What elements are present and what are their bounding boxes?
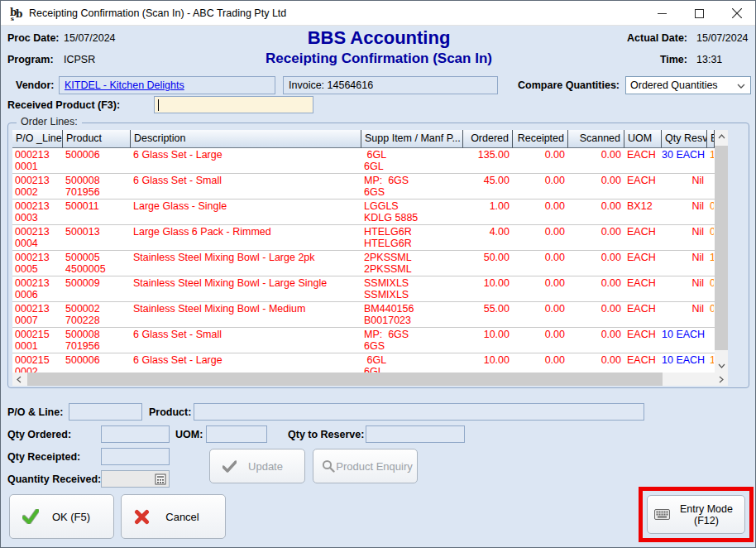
scroll-up-button[interactable]	[715, 130, 728, 143]
column-header[interactable]: Scanned	[568, 130, 624, 148]
cell: BM440156B0017023	[361, 302, 463, 327]
title-bar: b b s Receipting Confirmation (Scan In) …	[1, 1, 755, 26]
uom-input[interactable]	[206, 425, 267, 443]
entry-mode-button[interactable]: Entry Mode (F12)	[647, 495, 745, 534]
vertical-scroll-thumb[interactable]	[715, 146, 728, 350]
order-line-row[interactable]: 00021500015000087019566 Glass Set - Smal…	[12, 328, 715, 353]
horizontal-scroll-thumb[interactable]	[27, 373, 663, 386]
qty-to-reserve-input[interactable]	[366, 425, 465, 443]
column-header[interactable]: E	[707, 130, 715, 148]
order-line-row[interactable]: 0002130003500011Large Glass - SingleLGGL…	[12, 199, 715, 225]
cell: 0002150002	[12, 353, 63, 373]
cancel-button[interactable]: Cancel	[121, 494, 226, 539]
chevron-down-icon	[737, 84, 745, 89]
qty-receipted-input[interactable]	[101, 448, 170, 465]
product-enquiry-button[interactable]: Product Enquiry	[313, 449, 418, 483]
cell: 6 Glass Set - Small	[131, 174, 361, 199]
cell: 0	[707, 302, 714, 327]
cell: 0.00	[568, 353, 624, 373]
maximize-button[interactable]	[681, 1, 718, 26]
uom-label: UOM:	[175, 429, 203, 440]
order-line-row[interactable]: 0002130007500002700228Stainless Steel Mi…	[12, 302, 715, 328]
vendor-link[interactable]: KITDEL - Kitchen Delights	[65, 79, 184, 91]
close-button[interactable]	[718, 1, 755, 26]
cell: 55.00	[463, 302, 513, 327]
cell: 1	[707, 353, 714, 373]
minimize-button[interactable]	[644, 1, 681, 26]
cell: 500011	[63, 199, 131, 224]
cell: 5000054500005	[63, 251, 131, 276]
column-header[interactable]: UOM	[624, 130, 662, 148]
update-label: Update	[237, 460, 304, 473]
product-label: Product:	[149, 406, 191, 418]
ok-button[interactable]: OK (F5)	[9, 494, 114, 539]
order-lines-legend: Order Lines:	[17, 116, 82, 127]
vendor-label: Vendor:	[16, 79, 55, 91]
close-icon	[732, 8, 742, 18]
check-icon	[222, 460, 237, 473]
cell: 0002130005	[12, 251, 63, 276]
order-lines-group: Order Lines: P/O _LineProductDescription…	[7, 123, 749, 388]
table-body: 00021300015000066 Glass Set - Large 6GL6…	[12, 148, 715, 373]
po-line-input[interactable]	[69, 403, 142, 421]
order-line-row[interactable]: 00021300015000066 Glass Set - Large 6GL6…	[12, 148, 715, 174]
cell: 0002130002	[12, 174, 63, 199]
product-enquiry-label: Product Enquiry	[335, 460, 417, 473]
update-button[interactable]: Update	[209, 449, 305, 483]
cell: Nil	[662, 251, 707, 276]
actual-date-value: 15/07/2024	[696, 32, 749, 44]
cell: EACH	[624, 353, 662, 373]
cell: EACH	[624, 276, 662, 301]
cell: EACH	[624, 174, 662, 199]
cell: Stainless Steel Mixing Bowl - Large 2pk	[131, 251, 361, 276]
chevron-right-icon	[719, 376, 724, 383]
cell: 6GL6GL	[361, 148, 463, 173]
cell: SSMIXLSSSMIXLS	[361, 276, 463, 301]
qty-ordered-input[interactable]	[101, 425, 170, 443]
column-header[interactable]: Qty Resv	[662, 130, 707, 148]
vertical-scrollbar[interactable]	[715, 130, 728, 373]
compare-quantities-select[interactable]: Ordered Quantities	[625, 76, 751, 94]
po-line-label: P/O & Line:	[7, 406, 63, 418]
column-header[interactable]: Receipted	[513, 130, 568, 148]
cell: Stainless Steel Mixing Bowl - Medium	[131, 302, 361, 327]
cell: Nil	[662, 276, 707, 301]
quantity-received-input[interactable]	[101, 470, 170, 488]
cell: 0002130006	[12, 276, 63, 301]
order-line-row[interactable]: 00021500025000066 Glass Set - Large 6GL6…	[12, 353, 715, 373]
qty-receipted-label: Qty Receipted:	[7, 451, 80, 463]
cell: BX12	[624, 199, 662, 224]
scroll-down-button[interactable]	[715, 359, 728, 373]
ok-label: OK (F5)	[39, 511, 113, 523]
app-title: BBS Accounting	[208, 27, 550, 49]
product-input[interactable]	[194, 403, 644, 421]
cell: 0.00	[568, 174, 624, 199]
cell: 0.00	[513, 353, 568, 373]
cancel-label: Cancel	[150, 511, 225, 523]
received-product-input[interactable]	[154, 96, 313, 113]
cell: 0.00	[513, 302, 568, 327]
cell: 500002700228	[63, 302, 131, 327]
svg-text:b: b	[16, 8, 22, 20]
column-header[interactable]: Product	[63, 130, 131, 148]
column-header[interactable]: P/O _Line	[12, 130, 63, 148]
order-line-row[interactable]: 00021300025000087019566 Glass Set - Smal…	[12, 174, 715, 199]
column-header[interactable]: Ordered	[463, 130, 513, 148]
column-header[interactable]: Supp Item / Manf P...	[361, 130, 463, 148]
order-line-row[interactable]: 0002130006500009Stainless Steel Mixing B…	[12, 276, 715, 302]
compare-quantities-value: Ordered Quantities	[630, 79, 718, 91]
scroll-left-button[interactable]	[12, 373, 26, 386]
actual-date-label: Actual Date:	[596, 32, 687, 44]
scroll-right-button[interactable]	[715, 373, 728, 386]
horizontal-scrollbar[interactable]	[12, 373, 728, 386]
cell: 2PKSSML2PKSSML	[361, 251, 463, 276]
column-header[interactable]: Description	[131, 130, 361, 148]
cell: 135.00	[463, 148, 513, 173]
cell: 500009	[63, 276, 131, 301]
maximize-icon	[695, 9, 704, 18]
order-line-row[interactable]: 00021300055000054500005Stainless Steel M…	[12, 251, 715, 276]
order-line-row[interactable]: 0002130004500013Large Glass 6 Pack - Rim…	[12, 225, 715, 251]
cell: 0.00	[568, 199, 624, 224]
cell: 10 EACH	[662, 353, 707, 373]
cell: EACH	[624, 148, 662, 173]
